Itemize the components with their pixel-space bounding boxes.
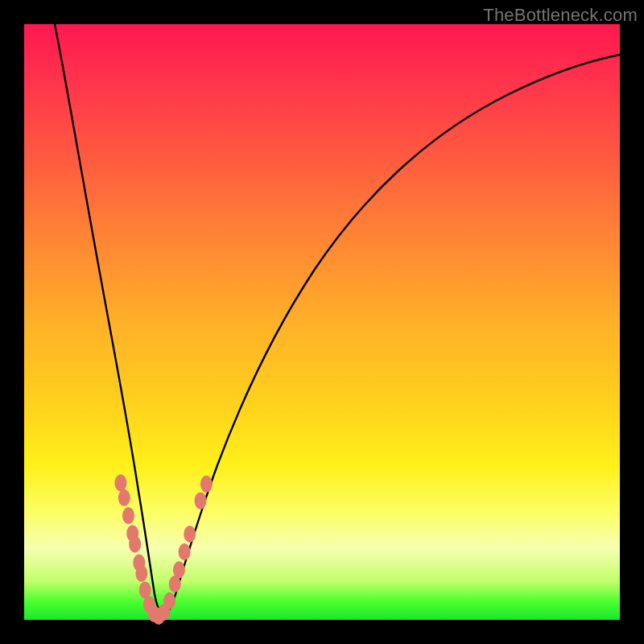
curve-marker [135,565,147,582]
curve-marker [184,526,196,543]
curve-marker [195,493,207,510]
curve-marker [163,592,175,609]
curve-layer [24,24,620,620]
chart-stage: TheBottleneck.com [0,0,644,644]
curve-marker [122,507,134,524]
bottleneck-curve [55,24,620,616]
plot-area [24,24,620,620]
curve-marker [129,536,141,553]
curve-marker [173,561,185,578]
curve-marker [118,489,130,506]
curve-marker [114,474,126,491]
curve-markers [114,474,213,625]
curve-marker [200,476,213,493]
watermark-text: TheBottleneck.com [483,5,638,26]
curve-marker [179,543,191,560]
